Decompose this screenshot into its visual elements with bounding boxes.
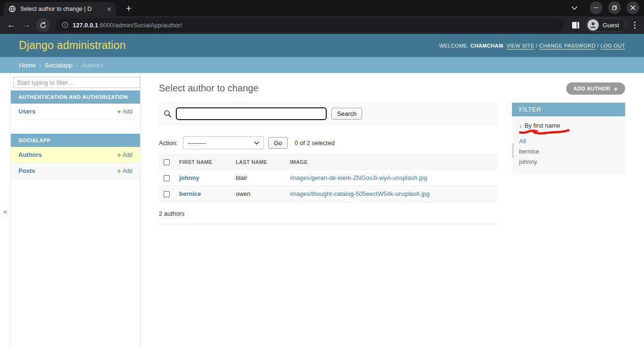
plus-icon: + <box>117 168 121 174</box>
new-tab-button[interactable]: + <box>123 2 135 15</box>
author-last-name: owen <box>231 186 285 202</box>
posts-link[interactable]: Posts <box>18 167 35 174</box>
auth-module-caption: AUTHENTICATION AND AUTHORIZATION <box>11 90 140 104</box>
url-host: 127.0.0.1 <box>73 22 98 29</box>
page-title: Select author to change <box>159 82 258 94</box>
action-label: Action: <box>159 139 178 146</box>
nav-sidebar: AUTHENTICATION AND AUTHORIZATION Users +… <box>11 73 140 349</box>
welcome-text: WELCOME, <box>439 43 469 49</box>
row-checkbox[interactable] <box>164 175 170 181</box>
window-restore-button[interactable] <box>608 1 621 14</box>
search-button[interactable]: Search <box>331 108 362 120</box>
browser-tab-strip: Select author to change | D + <box>0 0 644 16</box>
user-tools: WELCOME, CHAMCHAM. VIEW SITE / CHANGE PA… <box>439 43 625 49</box>
filter-option-johnny[interactable]: johnny <box>519 157 618 167</box>
profile-button[interactable]: Guest <box>586 18 626 32</box>
filter-options: All bernice johnny <box>519 136 618 167</box>
breadcrumb-home[interactable]: Home <box>19 62 36 69</box>
plus-icon: + <box>614 85 618 92</box>
browser-menu-icon[interactable] <box>629 18 640 32</box>
filter-option-all[interactable]: All <box>519 136 618 146</box>
avatar-icon <box>587 19 599 31</box>
plus-icon: + <box>117 108 121 115</box>
red-squiggle-annotation <box>518 128 571 135</box>
table-row: bernice owen images/thought-catalog-505e… <box>159 186 498 202</box>
author-image-link[interactable]: images/thought-catalog-505eectW54k-unspl… <box>290 190 429 197</box>
add-post-button[interactable]: +Add <box>117 168 132 174</box>
socialapp-module: SOCIALAPP Authors +Add Posts +Add <box>11 134 140 179</box>
change-password-link[interactable]: CHANGE PASSWORD <box>539 43 595 49</box>
column-header-last-name[interactable]: LAST NAME <box>231 154 285 170</box>
main-content: Select author to change ADD AUTHOR+ Sear… <box>140 73 644 349</box>
auth-module: AUTHENTICATION AND AUTHORIZATION Users +… <box>11 90 140 120</box>
author-last-name: blair <box>231 170 285 186</box>
table-row: johnny blair images/geran-de-klerk-ZNGos… <box>159 170 498 186</box>
filter-panel-title: FILTER <box>512 103 625 116</box>
add-author-button[interactable]: ADD AUTHOR+ <box>566 82 625 95</box>
sidebar-toggle-strip: « <box>0 73 11 349</box>
browser-toolbar: ← → 127.0.0.1:8000/admin/SocialApp/autho… <box>0 16 644 34</box>
browser-tab[interactable]: Select author to change | D <box>4 2 116 16</box>
window-minimize-button[interactable] <box>590 1 603 14</box>
filter-panel: FILTER ↓By first name All bernice johnny <box>512 103 625 175</box>
side-panel-icon[interactable] <box>569 18 583 32</box>
filter-scrollbar <box>512 144 514 158</box>
author-image-link[interactable]: images/geran-de-klerk-ZNGos3i-wyA-unspla… <box>290 174 427 181</box>
forward-arrow-icon[interactable]: → <box>19 17 34 32</box>
sort-down-arrow-icon: ↓ <box>519 122 522 129</box>
actions-row: Action: --------- Go 0 of 2 selected <box>159 136 498 149</box>
sidebar-item-posts[interactable]: Posts +Add <box>11 163 140 179</box>
sidebar-filter-input[interactable] <box>13 77 140 88</box>
action-counter: 0 of 2 selected <box>295 139 335 146</box>
author-first-name-link[interactable]: johnny <box>179 174 199 181</box>
search-input[interactable] <box>176 107 327 120</box>
window-close-button[interactable] <box>627 1 639 14</box>
select-all-checkbox[interactable] <box>164 159 170 165</box>
breadcrumb-separator: › <box>39 62 41 69</box>
tab-close-icon[interactable] <box>105 5 113 13</box>
paginator: 2 authors <box>159 202 498 224</box>
add-author-sidebar-button[interactable]: +Add <box>117 152 132 158</box>
authors-link[interactable]: Authors <box>18 151 42 158</box>
url-path: :8000/admin/SocialApp/author/ <box>98 22 182 29</box>
row-checkbox[interactable] <box>164 191 170 197</box>
profile-label: Guest <box>603 22 619 29</box>
action-select-value: --------- <box>188 139 206 146</box>
logout-link[interactable]: LOG OUT <box>601 43 625 49</box>
breadcrumb-socialapp[interactable]: Socialapp <box>45 62 73 69</box>
url-bar[interactable]: 127.0.0.1:8000/admin/SocialApp/author/ <box>56 18 564 32</box>
socialapp-module-caption: SOCIALAPP <box>11 134 140 147</box>
column-header-first-name[interactable]: FIRST NAME <box>174 154 231 170</box>
column-header-image[interactable]: IMAGE <box>285 154 498 170</box>
chevron-down-icon <box>254 141 259 145</box>
go-button[interactable]: Go <box>268 137 288 149</box>
sidebar-item-authors[interactable]: Authors +Add <box>11 147 140 163</box>
reload-icon[interactable] <box>36 18 50 32</box>
url-text: 127.0.0.1:8000/admin/SocialApp/author/ <box>73 22 182 29</box>
breadcrumb-current: Authors <box>81 62 103 69</box>
users-link[interactable]: Users <box>18 108 35 115</box>
plus-icon: + <box>117 152 121 158</box>
admin-header: Django administration WELCOME, CHAMCHAM.… <box>0 34 644 57</box>
changelist-search-bar: Search <box>159 103 498 125</box>
search-icon <box>164 110 172 118</box>
breadcrumb-separator: › <box>76 62 78 69</box>
page-info-icon[interactable] <box>62 22 68 28</box>
globe-favicon-icon <box>8 5 16 13</box>
action-select[interactable]: --------- <box>183 136 264 149</box>
tab-title: Select author to change | D <box>20 6 105 12</box>
add-user-button[interactable]: +Add <box>117 108 132 115</box>
breadcrumb: Home › Socialapp › Authors <box>0 57 644 73</box>
back-arrow-icon[interactable]: ← <box>4 17 19 32</box>
authors-table: FIRST NAME LAST NAME IMAGE johnny blair … <box>159 154 498 202</box>
site-branding[interactable]: Django administration <box>19 39 126 52</box>
username: CHAMCHAM <box>471 43 503 49</box>
filter-option-bernice[interactable]: bernice <box>519 146 618 157</box>
sidebar-collapse-button[interactable]: « <box>3 207 7 215</box>
author-first-name-link[interactable]: bernice <box>179 190 201 197</box>
tab-search-chevron-icon[interactable] <box>568 2 580 14</box>
sidebar-item-users[interactable]: Users +Add <box>11 104 140 120</box>
view-site-link[interactable]: VIEW SITE <box>506 43 534 49</box>
